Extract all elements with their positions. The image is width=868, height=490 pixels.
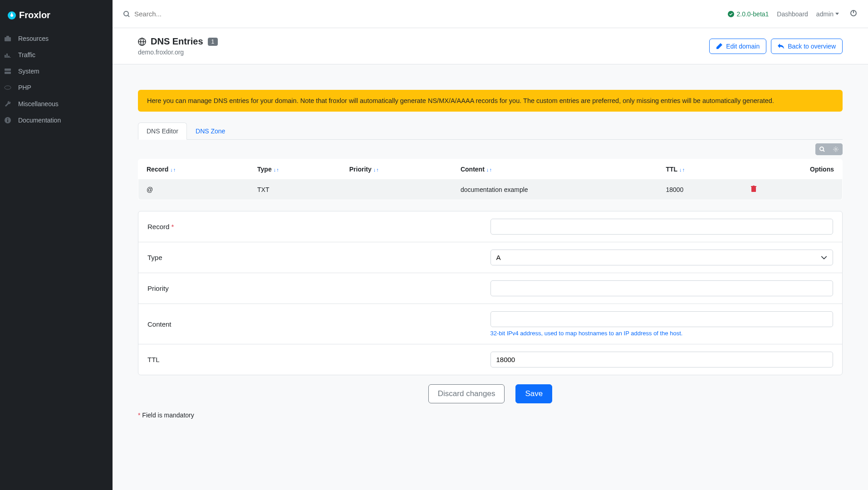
sidebar-item-label: PHP: [18, 84, 31, 91]
svg-line-16: [128, 15, 129, 17]
ttl-label: TTL: [147, 356, 490, 363]
table-search-button[interactable]: [815, 143, 829, 155]
page-title: DNS Entries: [151, 36, 203, 47]
search-icon: [123, 11, 130, 17]
sidebar-item-label: Resources: [18, 35, 49, 42]
sidebar-nav: Resources Traffic System PHP Miscellaneo…: [0, 30, 113, 128]
sort-arrows-icon: ↓ ↑: [679, 167, 684, 172]
info-alert: Here you can manage DNS entries for your…: [138, 90, 843, 112]
ttl-input[interactable]: [490, 352, 834, 368]
wrench-icon: [4, 100, 12, 108]
save-button[interactable]: Save: [515, 384, 552, 403]
sort-arrows-icon: ↓ ↑: [274, 167, 279, 172]
back-to-overview-button[interactable]: Back to overview: [771, 39, 843, 54]
sidebar-item-php[interactable]: PHP: [0, 79, 113, 96]
sidebar-item-resources[interactable]: Resources: [0, 30, 113, 47]
sidebar-item-traffic[interactable]: Traffic: [0, 47, 113, 63]
record-input[interactable]: [490, 219, 834, 235]
trash-icon: [751, 186, 756, 192]
dns-entry-form: Record * Type A Priority Content 3: [138, 211, 843, 375]
version-badge[interactable]: 2.0.0-beta1: [728, 10, 769, 18]
cell-record: @: [138, 179, 250, 200]
brand-logo[interactable]: Froxlor: [0, 0, 113, 30]
cell-type: TXT: [249, 179, 341, 200]
sort-arrows-icon: ↓ ↑: [170, 167, 175, 172]
tab-dns-editor[interactable]: DNS Editor: [138, 122, 187, 140]
gear-icon: [833, 147, 839, 152]
globe-icon: [138, 38, 146, 46]
page-subtitle: demo.froxlor.org: [138, 49, 218, 56]
table-row: @ TXT documentation example 18000: [138, 179, 843, 200]
delete-row-button[interactable]: [743, 179, 842, 200]
type-select[interactable]: A: [490, 250, 834, 265]
col-priority[interactable]: Priority↓ ↑: [341, 159, 452, 180]
col-record[interactable]: Record↓ ↑: [138, 159, 250, 180]
power-icon: [850, 10, 857, 17]
dashboard-link[interactable]: Dashboard: [777, 10, 808, 18]
content-input[interactable]: [490, 311, 834, 327]
col-content[interactable]: Content↓ ↑: [452, 159, 657, 180]
sidebar-item-label: System: [18, 68, 39, 75]
sort-arrows-icon: ↓ ↑: [486, 167, 491, 172]
discard-button[interactable]: Discard changes: [428, 384, 505, 403]
priority-input[interactable]: [490, 280, 834, 296]
briefcase-icon: [4, 35, 12, 42]
svg-line-24: [823, 150, 824, 152]
sidebar-item-documentation[interactable]: Documentation: [0, 112, 113, 128]
search-input[interactable]: [134, 10, 270, 18]
pencil-icon: [716, 43, 722, 49]
content-label: Content: [147, 320, 490, 328]
logout-button[interactable]: [850, 10, 857, 18]
mandatory-note: * Field is mandatory: [138, 412, 843, 419]
content-help-text: 32-bit IPv4 address, used to map hostnam…: [490, 330, 834, 337]
svg-rect-13: [7, 120, 8, 122]
check-circle-icon: [728, 11, 734, 17]
topbar: 2.0.0-beta1 Dashboard admin: [113, 0, 868, 28]
svg-rect-8: [5, 57, 11, 58]
entry-count-badge: 1: [208, 38, 218, 46]
svg-rect-3: [5, 37, 11, 41]
chart-icon: [4, 51, 12, 59]
server-icon: [4, 68, 12, 75]
admin-dropdown[interactable]: admin: [816, 10, 839, 18]
svg-rect-26: [751, 187, 756, 192]
sidebar-item-label: Miscellaneous: [18, 100, 59, 108]
caret-down-icon: [835, 13, 839, 15]
svg-rect-10: [5, 72, 11, 74]
priority-label: Priority: [147, 284, 490, 292]
table-settings-button[interactable]: [829, 143, 843, 155]
froxlor-logo-icon: [7, 11, 16, 20]
type-label: Type: [147, 254, 490, 261]
sidebar: Froxlor Resources Traffic System PHP Mis…: [0, 0, 113, 490]
svg-point-25: [835, 148, 837, 150]
edit-domain-button[interactable]: Edit domain: [709, 39, 766, 54]
table-toolbar: [815, 143, 843, 155]
sidebar-item-system[interactable]: System: [0, 63, 113, 79]
dns-entries-table: Record↓ ↑ Type↓ ↑ Priority↓ ↑ Content↓ ↑…: [138, 159, 843, 200]
svg-rect-4: [6, 36, 9, 38]
reply-icon: [778, 44, 784, 49]
tab-dns-zone[interactable]: DNS Zone: [187, 122, 234, 140]
required-marker: *: [172, 223, 174, 230]
info-icon: [4, 117, 12, 124]
col-options: Options: [743, 159, 842, 180]
tabs: DNS Editor DNS Zone: [138, 122, 843, 140]
sidebar-item-label: Documentation: [18, 117, 61, 124]
svg-point-11: [5, 86, 11, 89]
cell-priority: [341, 179, 452, 200]
svg-rect-2: [11, 13, 12, 15]
sidebar-item-miscellaneous[interactable]: Miscellaneous: [0, 96, 113, 112]
brand-name: Froxlor: [19, 10, 50, 20]
page-header: DNS Entries 1 demo.froxlor.org Edit doma…: [113, 28, 868, 64]
cell-content: documentation example: [452, 179, 657, 200]
svg-point-15: [124, 11, 128, 16]
col-ttl[interactable]: TTL↓ ↑: [657, 159, 743, 180]
col-type[interactable]: Type↓ ↑: [249, 159, 341, 180]
svg-rect-14: [7, 118, 8, 119]
search-icon: [819, 147, 825, 152]
svg-point-23: [820, 147, 824, 151]
svg-rect-6: [6, 54, 8, 58]
svg-rect-28: [753, 186, 755, 186]
cell-ttl: 18000: [657, 179, 743, 200]
svg-rect-9: [5, 69, 11, 71]
